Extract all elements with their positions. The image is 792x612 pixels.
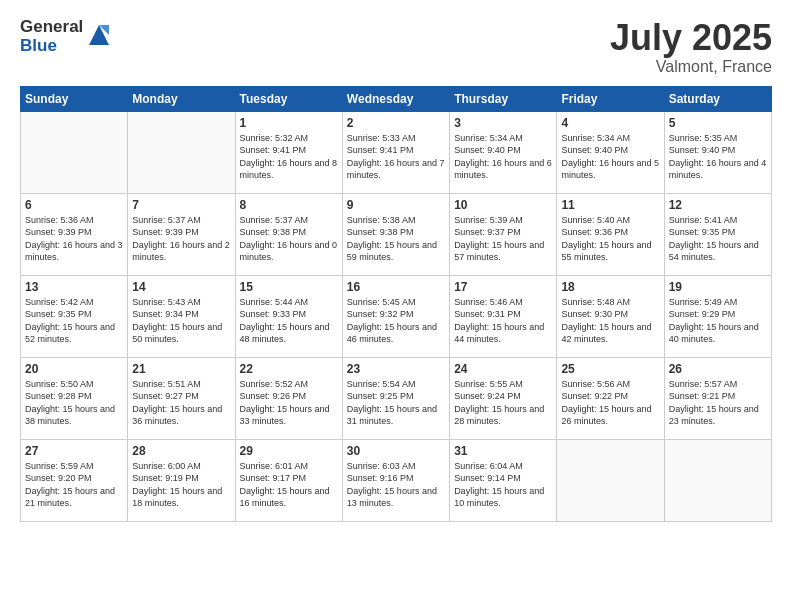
weekday-header: Tuesday	[235, 86, 342, 111]
calendar-cell: 28Sunrise: 6:00 AM Sunset: 9:19 PM Dayli…	[128, 439, 235, 521]
day-info: Sunrise: 5:43 AM Sunset: 9:34 PM Dayligh…	[132, 296, 230, 346]
calendar-cell: 15Sunrise: 5:44 AM Sunset: 9:33 PM Dayli…	[235, 275, 342, 357]
weekday-header: Wednesday	[342, 86, 449, 111]
day-info: Sunrise: 6:04 AM Sunset: 9:14 PM Dayligh…	[454, 460, 552, 510]
day-info: Sunrise: 5:51 AM Sunset: 9:27 PM Dayligh…	[132, 378, 230, 428]
day-number: 15	[240, 280, 338, 294]
calendar-cell: 3Sunrise: 5:34 AM Sunset: 9:40 PM Daylig…	[450, 111, 557, 193]
month-title: July 2025	[610, 18, 772, 58]
day-info: Sunrise: 5:42 AM Sunset: 9:35 PM Dayligh…	[25, 296, 123, 346]
day-info: Sunrise: 5:39 AM Sunset: 9:37 PM Dayligh…	[454, 214, 552, 264]
logo-blue: Blue	[20, 37, 83, 56]
calendar-body: 1Sunrise: 5:32 AM Sunset: 9:41 PM Daylig…	[21, 111, 772, 521]
day-number: 18	[561, 280, 659, 294]
day-info: Sunrise: 5:57 AM Sunset: 9:21 PM Dayligh…	[669, 378, 767, 428]
logo-general: General	[20, 18, 83, 37]
day-number: 30	[347, 444, 445, 458]
calendar-cell: 18Sunrise: 5:48 AM Sunset: 9:30 PM Dayli…	[557, 275, 664, 357]
day-info: Sunrise: 6:01 AM Sunset: 9:17 PM Dayligh…	[240, 460, 338, 510]
day-info: Sunrise: 5:35 AM Sunset: 9:40 PM Dayligh…	[669, 132, 767, 182]
day-info: Sunrise: 5:55 AM Sunset: 9:24 PM Dayligh…	[454, 378, 552, 428]
calendar-cell: 19Sunrise: 5:49 AM Sunset: 9:29 PM Dayli…	[664, 275, 771, 357]
day-number: 7	[132, 198, 230, 212]
day-info: Sunrise: 5:41 AM Sunset: 9:35 PM Dayligh…	[669, 214, 767, 264]
day-info: Sunrise: 6:03 AM Sunset: 9:16 PM Dayligh…	[347, 460, 445, 510]
calendar-cell	[128, 111, 235, 193]
day-info: Sunrise: 5:34 AM Sunset: 9:40 PM Dayligh…	[561, 132, 659, 182]
calendar-cell: 31Sunrise: 6:04 AM Sunset: 9:14 PM Dayli…	[450, 439, 557, 521]
day-info: Sunrise: 5:38 AM Sunset: 9:38 PM Dayligh…	[347, 214, 445, 264]
calendar-cell: 24Sunrise: 5:55 AM Sunset: 9:24 PM Dayli…	[450, 357, 557, 439]
calendar-cell: 7Sunrise: 5:37 AM Sunset: 9:39 PM Daylig…	[128, 193, 235, 275]
calendar-cell: 9Sunrise: 5:38 AM Sunset: 9:38 PM Daylig…	[342, 193, 449, 275]
day-number: 29	[240, 444, 338, 458]
calendar-cell: 22Sunrise: 5:52 AM Sunset: 9:26 PM Dayli…	[235, 357, 342, 439]
calendar-week-row: 27Sunrise: 5:59 AM Sunset: 9:20 PM Dayli…	[21, 439, 772, 521]
day-info: Sunrise: 5:37 AM Sunset: 9:38 PM Dayligh…	[240, 214, 338, 264]
day-info: Sunrise: 5:54 AM Sunset: 9:25 PM Dayligh…	[347, 378, 445, 428]
day-info: Sunrise: 5:59 AM Sunset: 9:20 PM Dayligh…	[25, 460, 123, 510]
calendar-cell: 16Sunrise: 5:45 AM Sunset: 9:32 PM Dayli…	[342, 275, 449, 357]
day-number: 20	[25, 362, 123, 376]
calendar-cell: 30Sunrise: 6:03 AM Sunset: 9:16 PM Dayli…	[342, 439, 449, 521]
day-info: Sunrise: 5:56 AM Sunset: 9:22 PM Dayligh…	[561, 378, 659, 428]
day-info: Sunrise: 5:37 AM Sunset: 9:39 PM Dayligh…	[132, 214, 230, 264]
day-number: 12	[669, 198, 767, 212]
day-number: 24	[454, 362, 552, 376]
day-number: 25	[561, 362, 659, 376]
day-number: 28	[132, 444, 230, 458]
day-number: 14	[132, 280, 230, 294]
calendar-cell: 29Sunrise: 6:01 AM Sunset: 9:17 PM Dayli…	[235, 439, 342, 521]
calendar-cell: 10Sunrise: 5:39 AM Sunset: 9:37 PM Dayli…	[450, 193, 557, 275]
logo-icon	[85, 21, 113, 49]
calendar-cell: 21Sunrise: 5:51 AM Sunset: 9:27 PM Dayli…	[128, 357, 235, 439]
day-number: 27	[25, 444, 123, 458]
calendar-cell: 27Sunrise: 5:59 AM Sunset: 9:20 PM Dayli…	[21, 439, 128, 521]
day-number: 1	[240, 116, 338, 130]
day-number: 8	[240, 198, 338, 212]
calendar-week-row: 20Sunrise: 5:50 AM Sunset: 9:28 PM Dayli…	[21, 357, 772, 439]
day-info: Sunrise: 5:50 AM Sunset: 9:28 PM Dayligh…	[25, 378, 123, 428]
day-number: 16	[347, 280, 445, 294]
day-number: 13	[25, 280, 123, 294]
day-info: Sunrise: 6:00 AM Sunset: 9:19 PM Dayligh…	[132, 460, 230, 510]
day-info: Sunrise: 5:40 AM Sunset: 9:36 PM Dayligh…	[561, 214, 659, 264]
day-number: 3	[454, 116, 552, 130]
calendar-cell: 2Sunrise: 5:33 AM Sunset: 9:41 PM Daylig…	[342, 111, 449, 193]
day-number: 19	[669, 280, 767, 294]
day-number: 22	[240, 362, 338, 376]
calendar-cell: 26Sunrise: 5:57 AM Sunset: 9:21 PM Dayli…	[664, 357, 771, 439]
day-number: 2	[347, 116, 445, 130]
day-number: 31	[454, 444, 552, 458]
calendar-cell: 5Sunrise: 5:35 AM Sunset: 9:40 PM Daylig…	[664, 111, 771, 193]
calendar-cell	[557, 439, 664, 521]
day-info: Sunrise: 5:49 AM Sunset: 9:29 PM Dayligh…	[669, 296, 767, 346]
day-number: 6	[25, 198, 123, 212]
calendar-cell: 12Sunrise: 5:41 AM Sunset: 9:35 PM Dayli…	[664, 193, 771, 275]
calendar-week-row: 1Sunrise: 5:32 AM Sunset: 9:41 PM Daylig…	[21, 111, 772, 193]
weekday-header: Thursday	[450, 86, 557, 111]
calendar-cell	[664, 439, 771, 521]
location: Valmont, France	[610, 58, 772, 76]
title-block: July 2025 Valmont, France	[610, 18, 772, 76]
day-info: Sunrise: 5:46 AM Sunset: 9:31 PM Dayligh…	[454, 296, 552, 346]
calendar: SundayMondayTuesdayWednesdayThursdayFrid…	[20, 86, 772, 522]
day-info: Sunrise: 5:36 AM Sunset: 9:39 PM Dayligh…	[25, 214, 123, 264]
day-info: Sunrise: 5:32 AM Sunset: 9:41 PM Dayligh…	[240, 132, 338, 182]
calendar-cell: 25Sunrise: 5:56 AM Sunset: 9:22 PM Dayli…	[557, 357, 664, 439]
day-number: 9	[347, 198, 445, 212]
day-info: Sunrise: 5:48 AM Sunset: 9:30 PM Dayligh…	[561, 296, 659, 346]
calendar-cell: 4Sunrise: 5:34 AM Sunset: 9:40 PM Daylig…	[557, 111, 664, 193]
weekday-header: Sunday	[21, 86, 128, 111]
day-info: Sunrise: 5:52 AM Sunset: 9:26 PM Dayligh…	[240, 378, 338, 428]
day-info: Sunrise: 5:33 AM Sunset: 9:41 PM Dayligh…	[347, 132, 445, 182]
calendar-cell: 20Sunrise: 5:50 AM Sunset: 9:28 PM Dayli…	[21, 357, 128, 439]
day-number: 23	[347, 362, 445, 376]
calendar-week-row: 13Sunrise: 5:42 AM Sunset: 9:35 PM Dayli…	[21, 275, 772, 357]
calendar-cell: 11Sunrise: 5:40 AM Sunset: 9:36 PM Dayli…	[557, 193, 664, 275]
day-number: 11	[561, 198, 659, 212]
calendar-header: SundayMondayTuesdayWednesdayThursdayFrid…	[21, 86, 772, 111]
day-info: Sunrise: 5:44 AM Sunset: 9:33 PM Dayligh…	[240, 296, 338, 346]
day-info: Sunrise: 5:45 AM Sunset: 9:32 PM Dayligh…	[347, 296, 445, 346]
calendar-cell: 14Sunrise: 5:43 AM Sunset: 9:34 PM Dayli…	[128, 275, 235, 357]
